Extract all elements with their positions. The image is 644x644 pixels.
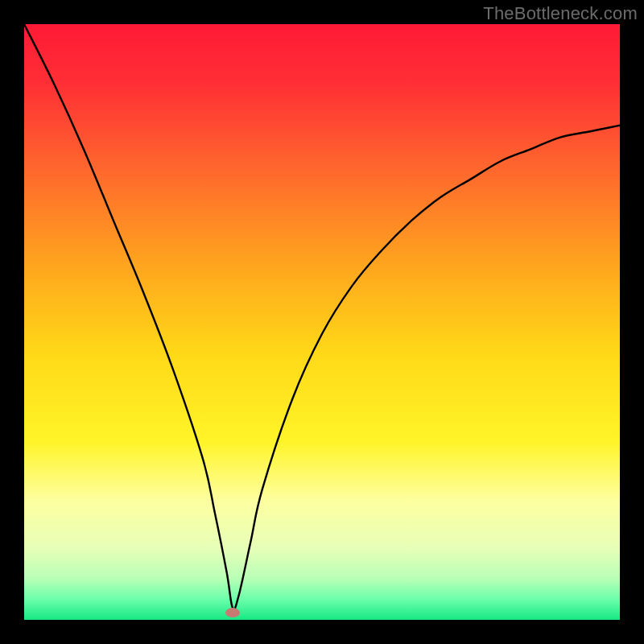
optimum-marker [225, 608, 240, 617]
watermark-label: TheBottleneck.com [483, 3, 638, 24]
chart-frame [24, 24, 620, 620]
gradient-background [24, 24, 620, 620]
bottleneck-chart [24, 24, 620, 620]
